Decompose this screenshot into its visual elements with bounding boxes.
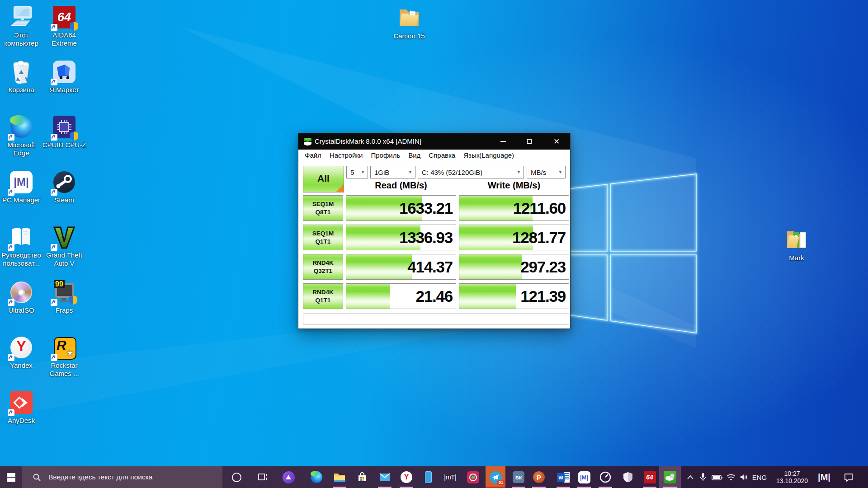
- menu-profile[interactable]: Профиль: [367, 151, 404, 159]
- rockstar-icon: R ★: [52, 335, 77, 360]
- taskbar-edge[interactable]: [306, 466, 327, 488]
- taskbar-psiphon[interactable]: P: [528, 466, 550, 488]
- tray-pc-manager[interactable]: |M|: [816, 466, 833, 488]
- drive-select[interactable]: C: 43% (52/120GiB)▼: [418, 166, 524, 178]
- wifi-icon: [726, 474, 736, 481]
- tray-volume[interactable]: [738, 466, 750, 488]
- shield-icon: [623, 472, 633, 483]
- task-view-icon: [258, 473, 267, 481]
- taskbar-store[interactable]: [351, 466, 373, 488]
- desktop-icon-fraps[interactable]: 99 Fraps: [41, 280, 88, 314]
- desktop-icon-recycle-bin[interactable]: Корзина: [0, 59, 45, 94]
- minimize-button[interactable]: [497, 133, 509, 150]
- taskbar-speedtest[interactable]: [594, 466, 616, 488]
- desktop-icon-anydesk[interactable]: AnyDesk: [0, 390, 45, 425]
- word-icon: w: [557, 471, 570, 483]
- write-bar: 297.23: [459, 254, 569, 280]
- vk-icon: вк: [513, 471, 524, 483]
- start-button[interactable]: [0, 466, 22, 488]
- menu-settings[interactable]: Настройки: [326, 151, 367, 159]
- taskbar-phone[interactable]: [417, 466, 439, 488]
- menu-file[interactable]: Файл: [301, 151, 326, 159]
- shortcut-arrow-icon: [51, 189, 57, 196]
- user-guide-icon: [9, 225, 34, 250]
- tray-battery[interactable]: [711, 466, 723, 488]
- pc-manager-tray-icon: |M|: [818, 472, 830, 483]
- desktop-icon-yandex[interactable]: Y Yandex: [0, 335, 45, 370]
- pc-manager-icon: |M|: [578, 471, 590, 483]
- desktop-icon-pc-manager[interactable]: |M| PC Manager: [0, 169, 45, 204]
- yandex-icon: Y: [9, 335, 34, 360]
- row-label-seq1m-q1t1[interactable]: SEQ1MQ1T1: [303, 225, 343, 250]
- taskbar-explorer[interactable]: [329, 466, 350, 488]
- taskbar-pc-manager[interactable]: |M|: [573, 466, 595, 488]
- taskbar-vk[interactable]: вк: [508, 466, 529, 488]
- steam-icon: [52, 169, 77, 195]
- row-label-seq1m-q8t1[interactable]: SEQ1MQ8T1: [303, 195, 343, 221]
- desktop-icon-mark-folder[interactable]: Mark: [773, 227, 820, 262]
- taskbar-mail[interactable]: [374, 466, 396, 488]
- cortana-icon: [232, 473, 241, 482]
- titlebar[interactable]: CrystalDiskMark 8.0.0 x64 [ADMIN] ✕: [298, 133, 570, 150]
- yamarket-icon: [52, 59, 77, 84]
- tray-clock[interactable]: 10:27 13.10.2020: [771, 466, 813, 488]
- mail-icon: [379, 473, 390, 482]
- desktop-icon-cpuz[interactable]: CPUID CPU-Z: [41, 114, 88, 149]
- comment-box[interactable]: [303, 314, 569, 324]
- taskbar-whatsapp[interactable]: [462, 466, 484, 488]
- taskbar-minitool[interactable]: |mT|: [439, 466, 461, 488]
- taskbar-cortana[interactable]: [226, 466, 247, 488]
- taskbar-task-view[interactable]: [252, 466, 274, 488]
- aida64-icon: 64: [52, 5, 77, 30]
- crystaldiskmark-icon: [303, 137, 312, 146]
- shortcut-arrow-icon: [51, 79, 57, 85]
- taskbar-defender[interactable]: [617, 466, 639, 488]
- notification-icon: [844, 473, 853, 482]
- tray-wifi[interactable]: [725, 466, 737, 488]
- speaker-icon: [740, 474, 748, 481]
- tray-date: 13.10.2020: [776, 477, 808, 484]
- taskbar-search[interactable]: Введите здесь текст для поиска: [22, 466, 222, 488]
- desktop-icon-gtav[interactable]: Grand Theft Auto V: [41, 225, 88, 268]
- write-bar: 1211.60: [459, 195, 569, 221]
- desktop-icon-aida64[interactable]: 64 AIDA64 Extreme: [41, 5, 88, 48]
- all-button[interactable]: All: [303, 166, 344, 192]
- write-header: Write (MB/s): [459, 179, 569, 192]
- desktop-icon-this-pc[interactable]: Этот компьютер: [0, 5, 45, 48]
- menu-language[interactable]: Язык(Language): [459, 151, 518, 159]
- taskbar-crystaldiskmark[interactable]: [659, 466, 681, 488]
- desktop-icon-edge[interactable]: Microsoft Edge: [0, 114, 45, 158]
- desktop-icon-rockstar[interactable]: R ★ Rockstar Games ...: [41, 335, 88, 378]
- taskbar-alice[interactable]: [278, 466, 299, 488]
- taskbar-aida64[interactable]: 64: [639, 466, 660, 488]
- shortcut-arrow-icon: [8, 299, 14, 306]
- row-label-rnd4k-q1t1[interactable]: RND4KQ1T1: [303, 283, 343, 309]
- desktop: Этот компьютер 64 AIDA64 Extreme Корзина: [0, 0, 868, 488]
- microphone-icon: [700, 473, 706, 482]
- close-button[interactable]: ✕: [550, 133, 563, 150]
- menu-view[interactable]: Вид: [404, 151, 425, 159]
- desktop-icon-camon15-folder[interactable]: Camon 15: [386, 5, 433, 40]
- phone-icon: [425, 471, 432, 483]
- unit-select[interactable]: MB/s▼: [527, 166, 566, 178]
- menu-help[interactable]: Справка: [425, 151, 459, 159]
- desktop-icon-ultraiso[interactable]: UltraISO: [0, 280, 45, 314]
- shortcut-arrow-icon: [51, 244, 57, 251]
- taskbar-telegram[interactable]: 01: [486, 466, 505, 488]
- fraps-icon: 99: [52, 280, 77, 305]
- desktop-icon-manual[interactable]: Руководство пользоват...: [0, 225, 45, 268]
- taskbar-word[interactable]: w: [552, 466, 574, 488]
- test-size-select[interactable]: 1GiB▼: [370, 166, 415, 178]
- test-count-select[interactable]: 5▼: [346, 166, 368, 178]
- row-label-rnd4k-q32t1[interactable]: RND4KQ32T1: [303, 254, 343, 280]
- tray-expand[interactable]: [684, 466, 697, 488]
- action-center[interactable]: [840, 466, 857, 488]
- search-placeholder: Введите здесь текст для поиска: [48, 473, 152, 481]
- desktop-icon-yamarket[interactable]: Я.Маркет: [41, 59, 88, 94]
- maximize-button[interactable]: [523, 133, 536, 150]
- chevron-up-icon: [687, 475, 693, 479]
- tray-language[interactable]: ENG: [751, 466, 768, 488]
- desktop-icon-steam[interactable]: Steam: [41, 169, 88, 204]
- tray-microphone[interactable]: [697, 466, 709, 488]
- taskbar-yandex-browser[interactable]: Y: [396, 466, 417, 488]
